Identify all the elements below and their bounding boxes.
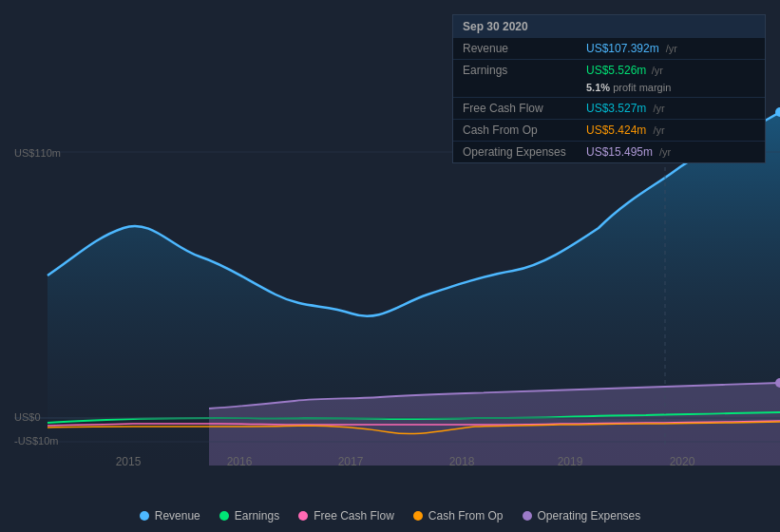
x-label-2017: 2017 xyxy=(338,455,364,468)
x-label-2020: 2020 xyxy=(670,455,695,468)
legend-label-fcf: Free Cash Flow xyxy=(314,509,394,522)
tooltip-value-fcf: US$3.527m /yr xyxy=(586,102,665,115)
legend-dot-earnings xyxy=(219,511,229,521)
tooltip-label-revenue: Revenue xyxy=(463,42,586,55)
x-label-2015: 2015 xyxy=(116,455,142,468)
legend-dot-opex xyxy=(523,511,532,521)
legend-label-cashop: Cash From Op xyxy=(428,509,504,522)
legend-opex[interactable]: Operating Expenses xyxy=(523,509,641,522)
legend-earnings[interactable]: Earnings xyxy=(219,509,279,522)
legend-dot-fcf xyxy=(298,511,308,521)
tooltip-row-opex: Operating Expenses US$15.495m /yr xyxy=(453,142,765,162)
legend-dot-revenue xyxy=(140,511,149,521)
tooltip-row-earnings: Earnings US$5.526m /yr 5.1% profit margi… xyxy=(453,60,765,98)
tooltip-value-earnings: US$5.526m /yr 5.1% profit margin xyxy=(586,64,671,93)
x-label-2016: 2016 xyxy=(227,455,253,468)
y-label-zero: US$0 xyxy=(14,411,41,423)
legend-label-opex: Operating Expenses xyxy=(538,509,641,522)
tooltip-row-revenue: Revenue US$107.392m /yr xyxy=(453,38,765,60)
legend-label-earnings: Earnings xyxy=(235,509,279,522)
tooltip-label-fcf: Free Cash Flow xyxy=(463,102,586,115)
tooltip-row-cashop: Cash From Op US$5.424m /yr xyxy=(453,120,765,142)
y-label-top: US$110m xyxy=(14,147,61,159)
legend-revenue[interactable]: Revenue xyxy=(140,509,200,522)
tooltip-label-opex: Operating Expenses xyxy=(463,145,586,159)
tooltip-value-revenue: US$107.392m /yr xyxy=(586,42,677,55)
tooltip-row-fcf: Free Cash Flow US$3.527m /yr xyxy=(453,98,765,120)
data-tooltip: Sep 30 2020 Revenue US$107.392m /yr Earn… xyxy=(452,14,766,163)
tooltip-value-cashop: US$5.424m /yr xyxy=(586,124,665,137)
chart-legend: Revenue Earnings Free Cash Flow Cash Fro… xyxy=(0,509,780,522)
x-label-2018: 2018 xyxy=(449,455,475,468)
legend-label-revenue: Revenue xyxy=(155,509,200,522)
tooltip-label-earnings: Earnings xyxy=(463,64,586,77)
legend-fcf[interactable]: Free Cash Flow xyxy=(298,509,394,522)
tooltip-value-opex: US$15.495m /yr xyxy=(586,145,671,159)
x-label-2019: 2019 xyxy=(558,455,583,468)
tooltip-label-cashop: Cash From Op xyxy=(463,124,586,137)
tooltip-header: Sep 30 2020 xyxy=(453,15,765,38)
legend-cashop[interactable]: Cash From Op xyxy=(413,509,504,522)
y-label-neg: -US$10m xyxy=(14,435,58,446)
legend-dot-cashop xyxy=(413,511,423,521)
